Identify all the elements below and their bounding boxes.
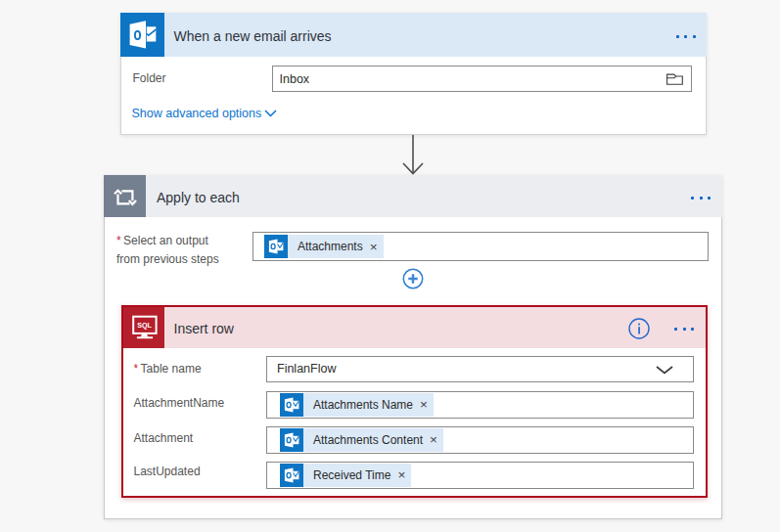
svg-text:SQL: SQL [137, 321, 152, 330]
